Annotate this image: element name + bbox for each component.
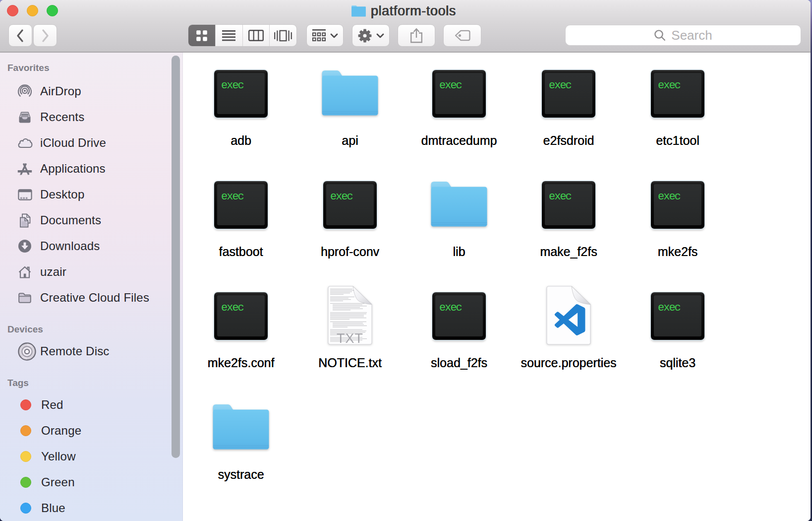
svg-text:TXT: TXT [337, 331, 363, 345]
